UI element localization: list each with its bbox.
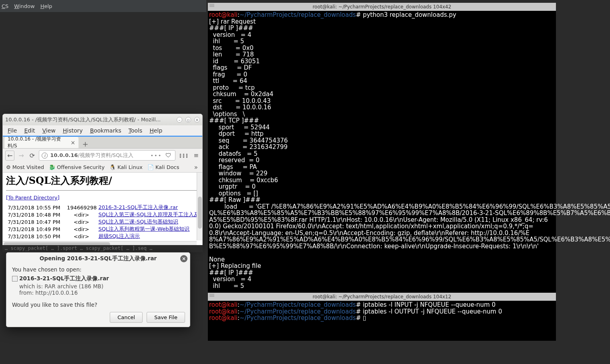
bookmarks-overflow-icon[interactable]: » [193,163,199,172]
tab-close-icon[interactable]: × [70,139,75,146]
parent-directory-link[interactable]: [To Parent Directory] [6,195,60,201]
page-actions-icon[interactable]: ••• [150,153,162,159]
bookmark-most-visited[interactable]: ⚙ Most Visited [6,164,44,170]
firefox-window: 10.0.0.16 - /视频学习资料/SQL注入/SQL注入系列教程/ - M… [2,114,203,247]
list-item: 7/31/2018 10:47 PM <dir> SQL注入第二课-SQL语句基… [6,218,202,225]
new-tab-button[interactable]: + [81,139,90,148]
terminal-bottom[interactable]: root@kali: ~/PycharmProjects/replace_dow… [208,293,556,341]
reader-mode-icon[interactable]: 🛡 [164,151,173,160]
grip-icon [209,4,214,9]
ide-editor-slice: … scapy_packet[ … ].sport … scapy_packet… [2,245,203,252]
menu-tools[interactable]: Tools [129,127,143,134]
url-path: /视频学习资料/SQL注入 [78,152,133,158]
site-info-icon[interactable]: i [42,153,48,159]
bookmark-kali-linux[interactable]: 🐧 Kali Linux [109,164,143,170]
menu-bookmarks[interactable]: Bookmarks [90,127,121,134]
hamburger-menu-icon[interactable]: ≡ [192,151,200,160]
dialog-question: Would you like to save this file? [12,302,184,308]
tab-label: 10.0.0.16 - /视频学习资料/S [8,136,68,149]
list-item: 7/31/2018 10:55 PM 194669298 2016-3-21-S… [6,204,202,211]
terminal-top[interactable]: root@kali: ~/PycharmProjects/replace_dow… [208,3,556,293]
reload-button[interactable]: ⟳ [28,151,36,160]
window-title: 10.0.0.16 - /视频学习资料/SQL注入/SQL注入系列教程/ - M… [5,116,161,123]
cancel-button[interactable]: Cancel [110,312,143,323]
terminal-output: root@kali:~/PycharmProjects/replace_down… [208,11,556,290]
dialog-title: Opening 2016-3-21-SQL手工注入录像.rar × [6,253,190,265]
terminal-title: root@kali: ~/PycharmProjects/replace_dow… [312,4,451,10]
ide-menu-item[interactable]: CS [2,3,8,9]
directory-listing: 7/31/2018 10:55 PM 194669298 2016-3-21-S… [6,204,202,240]
close-button[interactable]: × [194,117,200,123]
forward-button: → [17,151,25,160]
list-item: 7/31/2018 10:48 PM <dir> SQL注入第三课-SQL注入原… [6,211,202,218]
save-file-button[interactable]: Save File [147,312,185,323]
menu-file[interactable]: File [8,127,17,134]
dialog-filetype: which is: RAR archive (186 MB) [19,283,184,290]
dialog-source: from: http://10.0.0.16 [19,290,184,296]
grip-icon [209,294,214,299]
back-button[interactable]: ← [5,151,14,161]
browser-tab[interactable]: 10.0.0.16 - /视频学习资料/S × [4,137,79,148]
tabbar: 10.0.0.16 - /视频学习资料/S × + [3,137,202,149]
dialog-close-button[interactable]: × [180,255,187,262]
scrollbar-vertical[interactable] [197,173,202,240]
window-titlebar[interactable]: 10.0.0.16 - /视频学习资料/SQL注入/SQL注入系列教程/ - M… [3,114,202,125]
ide-menubar: CS Window Help [0,0,206,12]
list-item: 7/31/2018 10:49 PM <dir> SQL注入系列教程第一课-We… [6,225,202,233]
navigation-toolbar: ← → ⟳ i 10.0.0.16/视频学习资料/SQL注入 ••• 🛡 ⫿⫿⫿… [3,149,202,162]
menu-edit[interactable]: Edit [24,127,35,134]
page-content: 注入/SQL注入系列教程/ [To Parent Directory] 7/31… [3,173,202,247]
ide-menu-item[interactable]: Window [14,3,34,9]
dialog-filename: 2016-3-21-SQL手工注入录像.rar [19,275,184,282]
library-icon[interactable]: ⫿⫿⫿ [178,151,190,160]
page-heading: 注入/SQL注入系列教程/ [6,174,199,187]
menu-view[interactable]: View [42,127,56,134]
terminal-output: root@kali:~/PycharmProjects/replace_down… [208,301,556,322]
download-dialog: Opening 2016-3-21-SQL手工注入录像.rar × You ha… [6,252,190,327]
dialog-text: You have chosen to open: [12,266,184,273]
address-bar[interactable]: i 10.0.0.16/视频学习资料/SQL注入 ••• 🛡 [39,150,175,161]
bookmarks-toolbar: ⚙ Most Visited 🐉 Offensive Security 🐧 Ka… [3,162,202,173]
terminal-titlebar: root@kali: ~/PycharmProjects/replace_dow… [208,3,556,11]
bookmark-kali-docs[interactable]: 📄 Kali Docs [147,164,179,170]
maximize-button[interactable]: ▫ [185,117,191,123]
firefox-menubar: File Edit View History Bookmarks Tools H… [3,125,202,137]
list-item: 7/31/2018 10:50 PM <dir> 超级SQL注入演示 [6,233,202,240]
url-host: 10.0.0.16 [50,152,78,158]
minimize-button[interactable]: – [177,117,182,123]
terminal-title: root@kali: ~/PycharmProjects/replace_dow… [312,294,451,300]
bookmark-offsec[interactable]: 🐉 Offensive Security [49,164,105,170]
menu-help[interactable]: Help [149,127,162,134]
ide-menu-item[interactable]: Help [40,3,52,9]
divider [6,190,199,191]
terminal-titlebar: root@kali: ~/PycharmProjects/replace_dow… [208,293,556,301]
menu-history[interactable]: History [63,127,83,134]
scroll-thumb[interactable] [198,197,202,229]
